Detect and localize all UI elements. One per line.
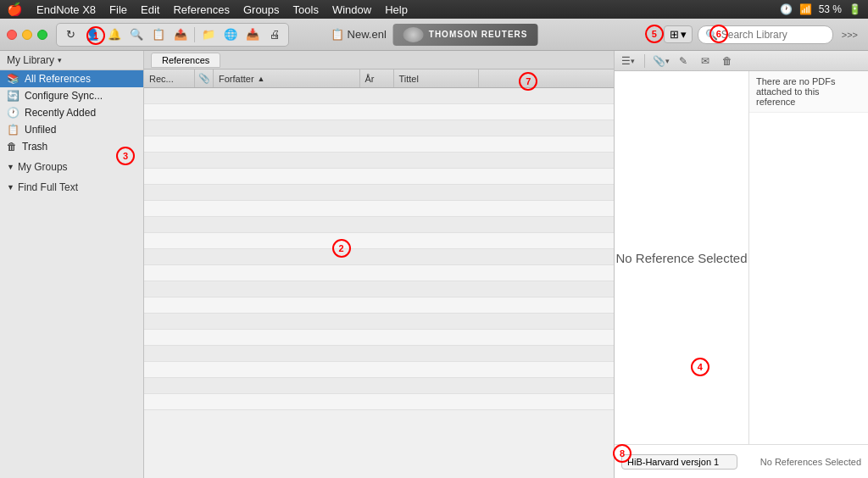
- trash-label: Trash: [22, 141, 47, 153]
- battery-icon: 🔋: [849, 3, 861, 15]
- citation-style-select[interactable]: HiB-Harvard versjon 1 APA Chicago MLA Va…: [621, 454, 737, 470]
- sidebar-item-unfiled[interactable]: 📋 Unfiled: [0, 121, 143, 138]
- tools-menu[interactable]: Tools: [293, 3, 319, 16]
- all-references-label: All References: [25, 73, 91, 85]
- file-name: New.enl: [348, 28, 387, 41]
- my-groups-triangle: ▼: [7, 163, 14, 171]
- table-row[interactable]: [144, 104, 614, 120]
- col-header-attachment[interactable]: 📎: [195, 69, 214, 87]
- sidebar-item-configure-sync[interactable]: 🔄 Configure Sync...: [0, 87, 143, 104]
- detail-delete-button[interactable]: 🗑: [717, 53, 737, 69]
- sync-button[interactable]: ↻: [60, 25, 81, 44]
- attach-dropdown-arrow: ▾: [665, 57, 670, 65]
- reference-rows: 2: [144, 88, 614, 478]
- no-reference-selected: No Reference Selected: [615, 71, 748, 444]
- table-row[interactable]: [144, 394, 614, 410]
- table-row[interactable]: [144, 217, 614, 233]
- sidebar-item-recently-added[interactable]: 🕐 Recently Added: [0, 104, 143, 121]
- thomson-reuters-text: THOMSON REUTERS: [429, 30, 528, 39]
- trash-icon: 🗑: [7, 141, 17, 153]
- toolbar-separator-1: [194, 27, 195, 42]
- no-refs-status: No References Selected: [760, 457, 861, 467]
- col-header-year[interactable]: År: [360, 69, 394, 87]
- detail-split-view: No Reference Selected There are no PDFs …: [615, 71, 868, 444]
- titlebar-right: 5 6 ⊞ ▾ 🔍 >>>: [654, 25, 861, 44]
- edit-icon: ✎: [679, 55, 687, 67]
- table-row[interactable]: [144, 265, 614, 281]
- library-dropdown-label: My Library: [7, 54, 54, 66]
- table-row[interactable]: [144, 201, 614, 217]
- table-row[interactable]: [144, 281, 614, 297]
- app-name-menu[interactable]: EndNote X8: [36, 3, 96, 16]
- table-row[interactable]: [144, 153, 614, 169]
- col-header-title[interactable]: Tittel: [394, 69, 479, 87]
- configure-sync-label: Configure Sync...: [25, 90, 103, 102]
- groups-menu[interactable]: Groups: [243, 3, 280, 16]
- file-menu[interactable]: File: [109, 3, 127, 16]
- table-row[interactable]: [144, 136, 614, 153]
- col-header-author[interactable]: Forfatter ▲: [214, 69, 360, 87]
- print-button[interactable]: 🖨: [264, 25, 285, 44]
- detail-view-icon: ☰: [621, 55, 631, 67]
- table-row[interactable]: [144, 330, 614, 346]
- all-references-icon: 📚: [7, 73, 19, 85]
- window-menu[interactable]: Window: [332, 3, 371, 16]
- table-row[interactable]: [144, 378, 614, 394]
- copy-reference-button[interactable]: 📋: [148, 25, 169, 44]
- file-title: 📋 New.enl: [331, 28, 387, 41]
- pdf-notice: There are no PDFs attached to this refer…: [749, 71, 868, 113]
- detail-right-pane: There are no PDFs attached to this refer…: [749, 71, 868, 444]
- detail-view-button[interactable]: ☰ ▾: [618, 53, 638, 69]
- table-row[interactable]: [144, 297, 614, 314]
- import-button[interactable]: 📥: [242, 25, 263, 44]
- references-tab[interactable]: References: [151, 53, 220, 68]
- column-headers: Rec... 📎 Forfatter ▲ År Tittel 7: [144, 69, 614, 88]
- library-dropdown[interactable]: My Library ▾: [0, 51, 143, 70]
- apple-menu[interactable]: 🍎: [7, 2, 23, 17]
- tab-bar: References: [144, 51, 614, 69]
- sidebar-item-all-references[interactable]: 📚 All References: [0, 70, 143, 87]
- search-input[interactable]: [721, 29, 826, 41]
- sidebar: My Library ▾ 📚 All References 🔄 Configur…: [0, 51, 144, 478]
- find-duplicates-button[interactable]: 🔔: [104, 25, 125, 44]
- battery-percent: 53 %: [819, 3, 842, 15]
- circle-label-5: 5: [645, 25, 664, 43]
- new-group-button[interactable]: 📁: [198, 25, 219, 44]
- find-references-button[interactable]: 🔍: [126, 25, 147, 44]
- paperclip-icon: 📎: [653, 55, 665, 67]
- detail-attach-button[interactable]: 📎 ▾: [651, 53, 671, 69]
- table-row[interactable]: [144, 233, 614, 249]
- table-row[interactable]: [144, 120, 614, 136]
- circle-label-4: 4: [691, 358, 709, 376]
- close-button[interactable]: [7, 30, 17, 40]
- detail-edit-button[interactable]: ✎: [673, 53, 693, 69]
- layout-toggle-button[interactable]: ⊞ ▾: [664, 25, 693, 43]
- file-icon: 📋: [331, 28, 344, 41]
- export-button[interactable]: 📤: [170, 25, 191, 44]
- detail-email-button[interactable]: ✉: [695, 53, 715, 69]
- col-header-recent[interactable]: Rec...: [144, 69, 195, 87]
- configure-sync-icon: 🔄: [7, 90, 19, 102]
- detail-panel: ☰ ▾ 📎 ▾ ✎ ✉ 🗑: [614, 51, 868, 478]
- detail-bottom: 8 HiB-Harvard versjon 1 APA Chicago MLA …: [615, 444, 868, 478]
- table-row[interactable]: [144, 362, 614, 378]
- minimize-button[interactable]: [22, 30, 32, 40]
- expand-button[interactable]: >>>: [838, 30, 861, 40]
- help-menu[interactable]: Help: [385, 3, 408, 16]
- find-full-text-section[interactable]: ▼ Find Full Text: [0, 179, 143, 196]
- menubar-status: 🕐 📶 53 % 🔋: [780, 3, 861, 15]
- maximize-button[interactable]: [37, 30, 47, 40]
- library-dropdown-arrow: ▾: [58, 56, 62, 64]
- find-full-text-triangle: ▼: [7, 183, 14, 192]
- references-menu[interactable]: References: [173, 3, 229, 16]
- table-row[interactable]: [144, 314, 614, 330]
- circle-label-1: 1: [86, 26, 105, 45]
- table-row[interactable]: [144, 169, 614, 185]
- table-row[interactable]: [144, 346, 614, 362]
- table-row[interactable]: [144, 185, 614, 201]
- table-row[interactable]: [144, 249, 614, 265]
- online-search-button[interactable]: 🌐: [220, 25, 241, 44]
- table-row[interactable]: [144, 88, 614, 104]
- detail-view-arrow: ▾: [631, 57, 635, 65]
- edit-menu[interactable]: Edit: [141, 3, 159, 16]
